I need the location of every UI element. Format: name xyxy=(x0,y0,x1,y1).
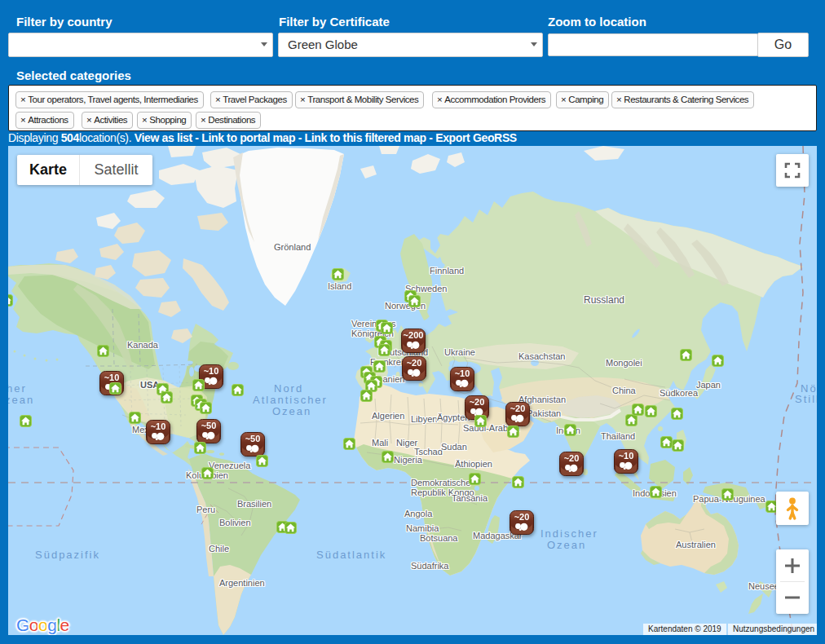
svg-text:~20: ~20 xyxy=(510,404,526,413)
svg-text:~10: ~10 xyxy=(151,421,166,431)
svg-text:~20: ~20 xyxy=(407,358,422,368)
svg-text:~10: ~10 xyxy=(204,366,219,376)
svg-text:~50: ~50 xyxy=(201,421,217,430)
svg-text:~10: ~10 xyxy=(104,373,120,382)
svg-text:~50: ~50 xyxy=(245,434,261,443)
svg-text:~10: ~10 xyxy=(619,451,634,461)
svg-text:~200: ~200 xyxy=(404,330,424,340)
svg-text:~20: ~20 xyxy=(470,397,485,407)
svg-text:~20: ~20 xyxy=(514,512,530,522)
svg-text:~10: ~10 xyxy=(455,368,470,378)
svg-text:~20: ~20 xyxy=(564,453,580,463)
svg-text:1: 1 xyxy=(163,394,167,402)
